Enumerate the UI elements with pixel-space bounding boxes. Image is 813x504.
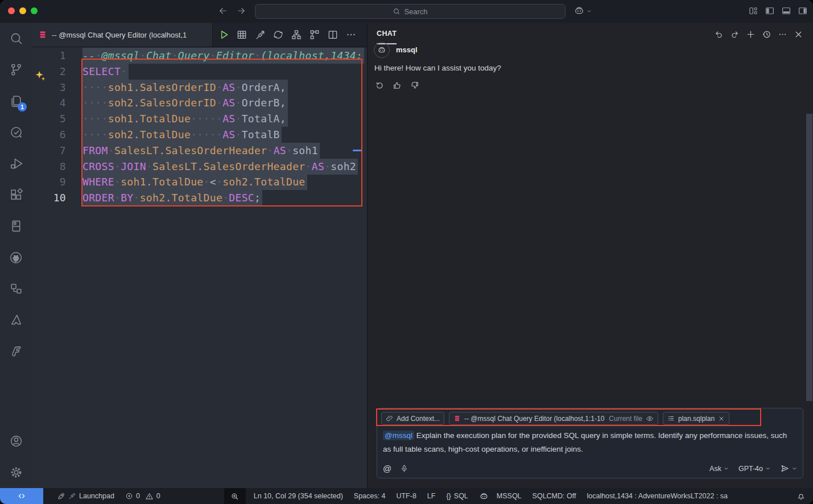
explorer-badge: 1: [18, 102, 27, 111]
tab-chat[interactable]: CHAT: [377, 30, 397, 38]
change-connection-icon[interactable]: [271, 28, 285, 42]
problems-item[interactable]: 0 0: [125, 492, 160, 501]
more-actions-icon[interactable]: [344, 28, 358, 42]
database-icon: [453, 415, 461, 422]
context-file-label: -- @mssql Chat Query Editor (localhost,1…: [464, 415, 604, 423]
line-number: 5: [32, 111, 66, 127]
language-label: SQL: [454, 492, 468, 500]
line-number: 2: [32, 64, 66, 80]
eye-icon[interactable]: [646, 415, 654, 423]
mention-icon[interactable]: @: [383, 464, 391, 473]
code-line: --·@mssql·Chat·Query·Editor·(localhost,1…: [82, 48, 367, 64]
close-chat-icon[interactable]: [794, 30, 803, 39]
code-line: ····soh1.SalesOrderID·AS·OrderA,: [82, 80, 367, 96]
sidebar-item-remote-explorer[interactable]: [0, 273, 32, 304]
context-chip-current-file[interactable]: -- @mssql Chat Query Editor (localhost,1…: [449, 412, 658, 425]
cursor-position-item[interactable]: Ln 10, Col 29 (354 selected): [254, 492, 343, 500]
line-number: 3: [32, 80, 66, 96]
thumbs-up-icon[interactable]: [393, 81, 402, 90]
braces-icon: {}: [446, 492, 451, 500]
remove-context-icon[interactable]: [718, 415, 725, 422]
indentation-item[interactable]: Spaces: 4: [354, 492, 386, 500]
encoding-item[interactable]: UTF-8: [396, 492, 416, 500]
disconnect-icon[interactable]: [253, 28, 267, 42]
plan-chip-label: plan.sqlplan: [678, 415, 715, 423]
toggle-panel-icon[interactable]: [781, 6, 791, 16]
thumbs-down-icon[interactable]: [410, 81, 419, 90]
toggle-primary-sidebar-icon[interactable]: [765, 6, 775, 16]
command-center-search[interactable]: Search: [255, 4, 566, 19]
navigate-back-icon[interactable]: [218, 6, 228, 16]
language-item[interactable]: {} SQL: [446, 492, 468, 500]
minimize-window-button[interactable]: [19, 7, 26, 14]
chat-scrollbar[interactable]: [806, 114, 812, 401]
chevron-down-icon: [587, 9, 592, 14]
remote-indicator[interactable]: [0, 488, 43, 504]
code-line: CROSS·JOIN·SalesLT.SalesOrderHeader·AS·s…: [82, 159, 367, 175]
redo-icon[interactable]: [730, 30, 740, 39]
chat-input-container[interactable]: Add Context... -- @mssql Chat Query Edit…: [377, 408, 803, 478]
estimated-plan-icon[interactable]: [290, 28, 303, 42]
zoom-window-button[interactable]: [31, 7, 38, 14]
chat-toolbar: [714, 30, 803, 39]
enable-actual-plan-icon[interactable]: [308, 28, 321, 42]
sidebar-item-azure[interactable]: [0, 304, 32, 336]
sidebar-item-testing[interactable]: [0, 117, 32, 148]
search-placeholder: Search: [404, 7, 427, 16]
mode-dropdown[interactable]: Ask: [709, 465, 729, 473]
chat-more-icon[interactable]: [778, 30, 787, 39]
sidebar-item-fabric[interactable]: [0, 336, 32, 367]
sidebar-item-explorer[interactable]: 1: [0, 85, 32, 117]
sidebar-item-source-control[interactable]: [0, 54, 32, 85]
sqlcmd-item[interactable]: SQLCMD: Off: [533, 492, 576, 500]
add-context-button[interactable]: Add Context...: [381, 412, 444, 425]
zoom-indicator[interactable]: [224, 488, 246, 504]
sidebar-item-extensions[interactable]: [0, 179, 32, 210]
warnings-icon: [145, 492, 154, 501]
message-actions: [375, 81, 419, 90]
close-window-button[interactable]: [8, 7, 15, 14]
model-dropdown[interactable]: GPT-4o: [738, 465, 770, 473]
sidebar-item-github[interactable]: [0, 242, 32, 273]
warnings-count: 0: [156, 492, 160, 500]
sidebar-item-accounts[interactable]: [0, 425, 32, 457]
retry-icon[interactable]: [375, 81, 384, 90]
mssql-item[interactable]: MSSQL: [497, 492, 522, 500]
sidebar-item-settings[interactable]: [0, 457, 32, 488]
copilot-status-item[interactable]: [479, 491, 489, 501]
chat-history-icon[interactable]: [762, 30, 771, 39]
send-button[interactable]: [780, 464, 797, 473]
run-query-icon[interactable]: [217, 28, 230, 42]
context-chip-plan-file[interactable]: plan.sqlplan: [663, 412, 729, 425]
toggle-secondary-sidebar-icon[interactable]: [798, 6, 808, 16]
connection-item[interactable]: localhost,1434 : AdventureWorksLT2022 : …: [587, 492, 728, 500]
cursor-position-label: Ln 10, Col 29 (354 selected): [254, 492, 343, 500]
sidebar-item-sql-server[interactable]: [0, 210, 32, 242]
status-bar: Launchpad 0 0 Ln 10, Col 29 (354 selecte…: [0, 488, 813, 504]
sidebar-item-search[interactable]: [0, 23, 32, 54]
line-number: 9: [32, 174, 66, 190]
eol-label: LF: [427, 492, 436, 500]
launchpad-item[interactable]: Launchpad: [57, 492, 114, 501]
chat-header: CHAT: [368, 23, 813, 47]
results-grid-icon[interactable]: [235, 28, 249, 42]
new-chat-icon[interactable]: [746, 30, 756, 39]
errors-icon: [125, 492, 133, 500]
code-editor[interactable]: 12345678910 --·@mssql·Chat·Query·Editor·…: [32, 47, 367, 488]
copilot-menu-button[interactable]: [573, 5, 592, 16]
customize-layout-icon[interactable]: [748, 6, 758, 16]
microphone-icon[interactable]: [400, 464, 408, 473]
plug-icon: [68, 492, 76, 500]
navigate-forward-icon[interactable]: [236, 6, 246, 16]
encoding-label: UTF-8: [396, 492, 416, 500]
vscode-window: Search 1: [0, 0, 813, 504]
undo-icon[interactable]: [714, 30, 724, 39]
line-number: 6: [32, 127, 66, 143]
notifications-bell-icon[interactable]: [797, 491, 806, 501]
split-editor-icon[interactable]: [326, 28, 340, 42]
editor-tab[interactable]: -- @mssql Chat Query Editor (localhost,1: [32, 23, 213, 47]
eol-item[interactable]: LF: [427, 492, 436, 500]
editor-toolbar: [213, 28, 362, 42]
chat-input-text[interactable]: @mssql Explain the execution plan for th…: [377, 425, 803, 456]
sidebar-item-run-debug[interactable]: [0, 148, 32, 179]
